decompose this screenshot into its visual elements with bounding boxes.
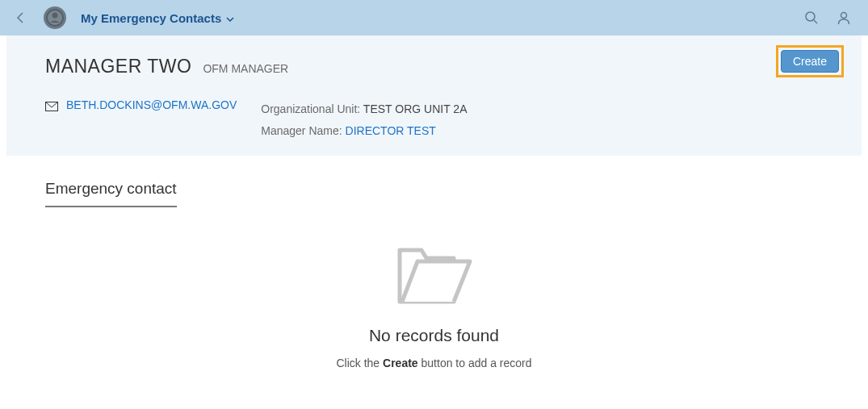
empty-state-title: No records found bbox=[45, 326, 823, 345]
seal-logo bbox=[44, 6, 66, 29]
svg-point-5 bbox=[841, 13, 847, 19]
empty-state-subtitle: Click the Create button to add a record bbox=[45, 357, 823, 369]
empty-subtitle-prefix: Click the bbox=[336, 357, 383, 369]
org-info: Organizational Unit: TEST ORG UNIT 2A Ma… bbox=[261, 98, 467, 141]
user-icon[interactable] bbox=[836, 10, 852, 26]
profile-role: OFM MANAGER bbox=[203, 62, 288, 75]
email-link[interactable]: BETH.DOCKINS@OFM.WA.GOV bbox=[66, 98, 237, 111]
create-button-highlight: Create bbox=[776, 45, 844, 77]
tab-emergency-contact[interactable]: Emergency contact bbox=[45, 180, 177, 207]
chevron-down-icon bbox=[226, 10, 234, 25]
folder-open-icon bbox=[396, 244, 472, 310]
svg-line-4 bbox=[814, 20, 817, 23]
create-button[interactable]: Create bbox=[781, 50, 839, 73]
top-right-actions bbox=[803, 10, 852, 26]
svg-point-2 bbox=[52, 13, 58, 19]
mail-icon bbox=[45, 100, 58, 110]
svg-point-3 bbox=[806, 12, 815, 21]
back-icon[interactable] bbox=[13, 10, 27, 25]
content-section: Emergency contact No records found Click… bbox=[6, 156, 862, 369]
org-unit-label: Organizational Unit: bbox=[261, 102, 360, 115]
app-title-dropdown[interactable]: My Emergency Contacts bbox=[81, 10, 234, 25]
email-block: BETH.DOCKINS@OFM.WA.GOV bbox=[45, 98, 237, 111]
empty-subtitle-suffix: button to add a record bbox=[418, 357, 532, 369]
empty-state: No records found Click the Create button… bbox=[45, 244, 823, 369]
top-bar: My Emergency Contacts bbox=[0, 0, 868, 35]
profile-name: MANAGER TWO bbox=[45, 56, 191, 77]
app-title: My Emergency Contacts bbox=[81, 11, 221, 25]
manager-name-label: Manager Name: bbox=[261, 124, 342, 137]
search-icon[interactable] bbox=[803, 10, 820, 26]
org-unit-value: TEST ORG UNIT 2A bbox=[363, 102, 468, 115]
empty-subtitle-bold: Create bbox=[383, 357, 418, 369]
profile-header: MANAGER TWO OFM MANAGER Create BETH.DOCK… bbox=[6, 35, 862, 156]
manager-name-link[interactable]: DIRECTOR TEST bbox=[346, 124, 436, 137]
